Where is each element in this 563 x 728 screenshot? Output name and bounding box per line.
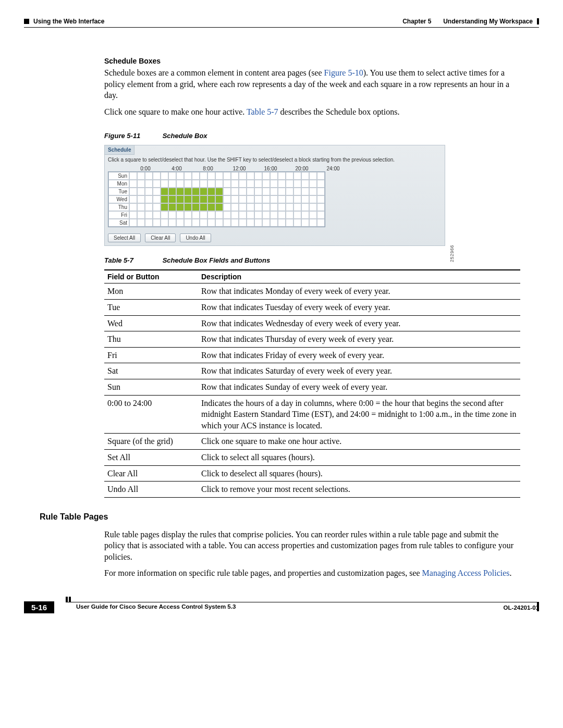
schedule-cell[interactable]: [262, 195, 270, 203]
schedule-cell[interactable]: [200, 172, 207, 180]
schedule-cell[interactable]: [192, 203, 200, 211]
schedule-cell[interactable]: [254, 188, 262, 195]
figure-5-10-link[interactable]: Figure 5-10: [324, 68, 363, 77]
schedule-cell[interactable]: [223, 180, 231, 188]
schedule-cell[interactable]: [129, 195, 137, 203]
schedule-cell[interactable]: [286, 188, 293, 195]
schedule-cell[interactable]: [317, 172, 325, 180]
schedule-cell[interactable]: [231, 195, 239, 203]
schedule-cell[interactable]: [286, 219, 293, 227]
schedule-cell[interactable]: [207, 219, 215, 227]
schedule-cell[interactable]: [231, 188, 239, 195]
schedule-cell[interactable]: [293, 195, 301, 203]
schedule-cell[interactable]: [239, 211, 247, 219]
schedule-cell[interactable]: [270, 188, 278, 195]
schedule-cell[interactable]: [153, 211, 161, 219]
schedule-cell[interactable]: [176, 211, 184, 219]
schedule-cell[interactable]: [153, 180, 161, 188]
schedule-cell[interactable]: [129, 203, 137, 211]
schedule-cell[interactable]: [200, 203, 207, 211]
schedule-cell[interactable]: [184, 172, 192, 180]
schedule-cell[interactable]: [270, 211, 278, 219]
schedule-cell[interactable]: [145, 188, 153, 195]
schedule-cell[interactable]: [192, 172, 200, 180]
schedule-cell[interactable]: [137, 211, 145, 219]
schedule-cell[interactable]: [129, 219, 137, 227]
schedule-cell[interactable]: [317, 203, 325, 211]
schedule-cell[interactable]: [207, 180, 215, 188]
schedule-cell[interactable]: [270, 172, 278, 180]
schedule-cell[interactable]: [207, 211, 215, 219]
schedule-cell[interactable]: [184, 211, 192, 219]
schedule-cell[interactable]: [137, 195, 145, 203]
schedule-cell[interactable]: [168, 180, 176, 188]
schedule-cell[interactable]: [137, 188, 145, 195]
schedule-cell[interactable]: [254, 219, 262, 227]
schedule-cell[interactable]: [145, 172, 153, 180]
schedule-cell[interactable]: [278, 203, 286, 211]
schedule-cell[interactable]: [200, 188, 207, 195]
schedule-cell[interactable]: [239, 188, 247, 195]
schedule-cell[interactable]: [309, 188, 317, 195]
schedule-cell[interactable]: [278, 172, 286, 180]
schedule-cell[interactable]: [215, 180, 223, 188]
schedule-cell[interactable]: [317, 180, 325, 188]
schedule-cell[interactable]: [254, 211, 262, 219]
schedule-cell[interactable]: [176, 172, 184, 180]
schedule-cell[interactable]: [176, 188, 184, 195]
schedule-cell[interactable]: [184, 180, 192, 188]
schedule-cell[interactable]: [215, 188, 223, 195]
schedule-cell[interactable]: [231, 180, 239, 188]
schedule-cell[interactable]: [254, 172, 262, 180]
schedule-cell[interactable]: [309, 180, 317, 188]
schedule-cell[interactable]: [262, 172, 270, 180]
schedule-cell[interactable]: [247, 219, 254, 227]
schedule-cell[interactable]: [262, 203, 270, 211]
schedule-cell[interactable]: [161, 172, 168, 180]
schedule-cell[interactable]: [215, 172, 223, 180]
schedule-cell[interactable]: [270, 195, 278, 203]
schedule-cell[interactable]: [161, 203, 168, 211]
schedule-cell[interactable]: [192, 211, 200, 219]
schedule-cell[interactable]: [309, 195, 317, 203]
schedule-cell[interactable]: [168, 203, 176, 211]
schedule-cell[interactable]: [168, 188, 176, 195]
schedule-cell[interactable]: [223, 172, 231, 180]
schedule-cell[interactable]: [168, 195, 176, 203]
schedule-cell[interactable]: [137, 180, 145, 188]
schedule-cell[interactable]: [137, 203, 145, 211]
clear-all-button[interactable]: Clear All: [145, 233, 176, 242]
schedule-cell[interactable]: [317, 195, 325, 203]
schedule-cell[interactable]: [223, 195, 231, 203]
schedule-cell[interactable]: [137, 172, 145, 180]
schedule-cell[interactable]: [145, 219, 153, 227]
schedule-cell[interactable]: [293, 188, 301, 195]
schedule-cell[interactable]: [215, 219, 223, 227]
select-all-button[interactable]: Select All: [108, 233, 141, 242]
schedule-cell[interactable]: [262, 219, 270, 227]
schedule-cell[interactable]: [301, 219, 309, 227]
schedule-cell[interactable]: [286, 195, 293, 203]
schedule-cell[interactable]: [207, 172, 215, 180]
schedule-cell[interactable]: [192, 195, 200, 203]
schedule-cell[interactable]: [215, 211, 223, 219]
schedule-cell[interactable]: [207, 195, 215, 203]
schedule-cell[interactable]: [239, 172, 247, 180]
schedule-cell[interactable]: [262, 211, 270, 219]
table-5-7-link[interactable]: Table 5-7: [247, 107, 278, 116]
schedule-cell[interactable]: [176, 180, 184, 188]
schedule-cell[interactable]: [200, 195, 207, 203]
schedule-cell[interactable]: [301, 211, 309, 219]
schedule-cell[interactable]: [200, 180, 207, 188]
schedule-cell[interactable]: [309, 203, 317, 211]
schedule-cell[interactable]: [278, 219, 286, 227]
schedule-cell[interactable]: [145, 180, 153, 188]
schedule-cell[interactable]: [309, 172, 317, 180]
schedule-cell[interactable]: [293, 180, 301, 188]
schedule-cell[interactable]: [231, 203, 239, 211]
schedule-cell[interactable]: [129, 172, 137, 180]
schedule-cell[interactable]: [239, 195, 247, 203]
schedule-cell[interactable]: [239, 219, 247, 227]
undo-all-button[interactable]: Undo All: [180, 233, 211, 242]
schedule-cell[interactable]: [278, 195, 286, 203]
